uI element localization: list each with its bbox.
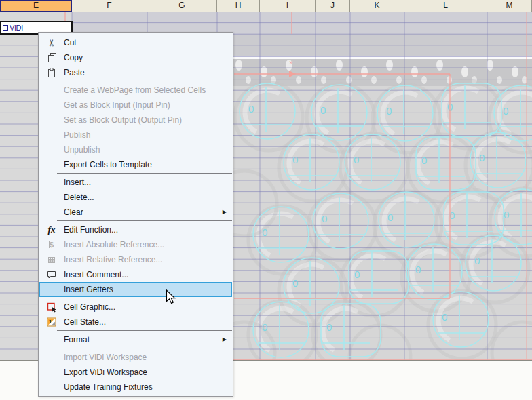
column-header-l[interactable]: L: [404, 0, 487, 12]
menu-item-label: Cut: [64, 38, 77, 47]
detection-label: 0: [387, 212, 393, 223]
detection-label: 0: [262, 321, 267, 333]
vidi-tool-icon: [3, 25, 8, 31]
relative-reference-icon: [43, 252, 60, 267]
menu-item-format[interactable]: Format▶: [39, 332, 233, 347]
column-header-row: EFGHIJKLM: [0, 0, 532, 12]
menu-item-label: Export Cells to Template: [64, 160, 152, 169]
menu-item-import-vidi-workspace[interactable]: Import ViDi Workspace: [39, 350, 233, 365]
detection-label: 0: [479, 152, 484, 163]
menu-item-cut[interactable]: ✂Cut: [39, 35, 233, 50]
active-cell-text: ViDi: [10, 24, 23, 32]
menu-item-label: Insert Getters: [64, 285, 113, 294]
menu-separator: [57, 298, 232, 298]
svg-text:×: ×: [289, 59, 293, 66]
column-header-i[interactable]: I: [260, 0, 316, 12]
menu-item-label: Insert Relative Reference...: [64, 255, 162, 264]
cut-icon: ✂: [43, 35, 60, 50]
mouse-cursor-icon: [166, 289, 178, 306]
svg-text:1: 1: [49, 319, 52, 325]
insight-spreadsheet: 000000000000000000000× ViDi EFGHIJKLM ✂C…: [0, 0, 532, 400]
menu-item-create-a-webpage-from-selected-cells[interactable]: Create a WebPage from Selected Cells: [39, 83, 233, 98]
menu-item-insert-getters[interactable]: Insert Getters: [39, 282, 232, 297]
menu-item-label: Delete...: [64, 193, 94, 202]
detection-label: 0: [248, 103, 254, 115]
menu-item-insert[interactable]: Insert...: [39, 175, 233, 190]
menu-item-set-as-block-output-output-pin[interactable]: Set as Block Output (Output Pin): [39, 113, 233, 127]
detection-label: 0: [415, 264, 421, 275]
menu-item-label: Unpublish: [64, 145, 100, 155]
copy-icon: [43, 50, 60, 65]
menu-separator: [57, 330, 232, 331]
menu-item-insert-comment[interactable]: Insert Comment...: [39, 267, 233, 282]
menu-item-delete[interactable]: Delete...: [39, 190, 233, 205]
menu-item-get-as-block-input-input-pin[interactable]: Get as Block Input (Input Pin): [39, 98, 233, 113]
menu-separator: [57, 220, 232, 221]
menu-item-paste[interactable]: Paste: [39, 65, 233, 80]
menu-item-publish[interactable]: Publish: [39, 127, 233, 142]
menu-item-export-cells-to-template[interactable]: Export Cells to Template: [39, 157, 233, 172]
detection-label: 0: [292, 154, 298, 165]
menu-separator: [57, 173, 232, 174]
menu-item-label: Set as Block Output (Output Pin): [64, 115, 182, 125]
detection-label: 0: [474, 255, 480, 266]
menu-item-label: Edit Function...: [64, 225, 118, 235]
detection-label: 0: [503, 105, 508, 117]
menu-item-cell-state[interactable]: 1Cell State...: [39, 315, 233, 329]
menu-separator: [57, 348, 232, 348]
absolute-reference-icon: $: [43, 237, 60, 252]
menu-item-label: Export ViDi Workspace: [64, 367, 147, 377]
menu-item-edit-function[interactable]: fxEdit Function...: [39, 222, 233, 237]
menu-item-label: Get as Block Input (Input Pin): [64, 100, 170, 110]
detection-label: 0: [354, 268, 360, 280]
menu-item-label: Cell State...: [64, 317, 106, 327]
detection-label: 0: [421, 155, 427, 166]
menu-item-label: Create a WebPage from Selected Cells: [64, 85, 206, 95]
detection-label: 0: [354, 154, 359, 165]
menu-item-label: Insert Comment...: [64, 270, 128, 279]
menu-item-label: Import ViDi Workspace: [64, 353, 147, 362]
detection-label: 0: [292, 277, 298, 289]
detection-label: 0: [262, 226, 267, 238]
column-header-h[interactable]: H: [217, 0, 260, 12]
menu-item-label: Clear: [64, 207, 83, 217]
detection-label: 0: [320, 104, 326, 116]
menu-item-cell-graphic[interactable]: Cell Graphic...: [39, 300, 233, 315]
menu-item-label: Paste: [64, 68, 85, 77]
detection-label: 0: [322, 213, 327, 224]
fx-icon: fx: [43, 222, 60, 237]
menu-item-label: Insert...: [64, 178, 91, 187]
svg-text:$: $: [50, 241, 54, 249]
column-header-j[interactable]: J: [316, 0, 350, 12]
paste-icon: [43, 65, 60, 80]
context-menu: ✂CutCopyPasteCreate a WebPage from Selec…: [38, 32, 233, 397]
menu-item-label: Format: [64, 335, 90, 344]
menu-item-clear[interactable]: Clear▶: [39, 205, 233, 220]
comment-icon: [43, 267, 60, 282]
submenu-arrow-icon: ▶: [223, 205, 227, 220]
column-header-m[interactable]: M: [487, 0, 532, 12]
submenu-arrow-icon: ▶: [223, 332, 227, 347]
column-header-f[interactable]: F: [72, 0, 147, 12]
menu-separator: [57, 81, 232, 81]
menu-item-unpublish[interactable]: Unpublish: [39, 142, 233, 157]
column-header-k[interactable]: K: [350, 0, 404, 12]
menu-item-label: Insert Absolute Reference...: [64, 240, 164, 249]
menu-item-insert-absolute-reference[interactable]: $Insert Absolute Reference...: [39, 237, 233, 252]
menu-item-export-vidi-workspace[interactable]: Export ViDi Workspace: [39, 365, 233, 380]
cell-graphic-icon: [43, 300, 60, 315]
menu-item-label: Copy: [64, 53, 83, 62]
detection-label: 0: [504, 209, 509, 220]
menu-item-update-training-fixtures[interactable]: Update Training Fixtures: [39, 380, 233, 395]
detection-label: 0: [386, 105, 392, 117]
menu-item-label: Update Training Fixtures: [64, 382, 153, 392]
cell-state-icon: 1: [43, 315, 60, 329]
menu-item-label: Cell Graphic...: [64, 302, 115, 312]
detection-label: 0: [442, 311, 447, 323]
menu-item-label: Publish: [64, 130, 90, 140]
column-header-g[interactable]: G: [147, 0, 217, 12]
menu-item-copy[interactable]: Copy: [39, 50, 233, 65]
menu-item-insert-relative-reference[interactable]: Insert Relative Reference...: [39, 252, 233, 267]
detection-label: 0: [326, 321, 332, 333]
column-header-e[interactable]: E: [0, 0, 72, 12]
